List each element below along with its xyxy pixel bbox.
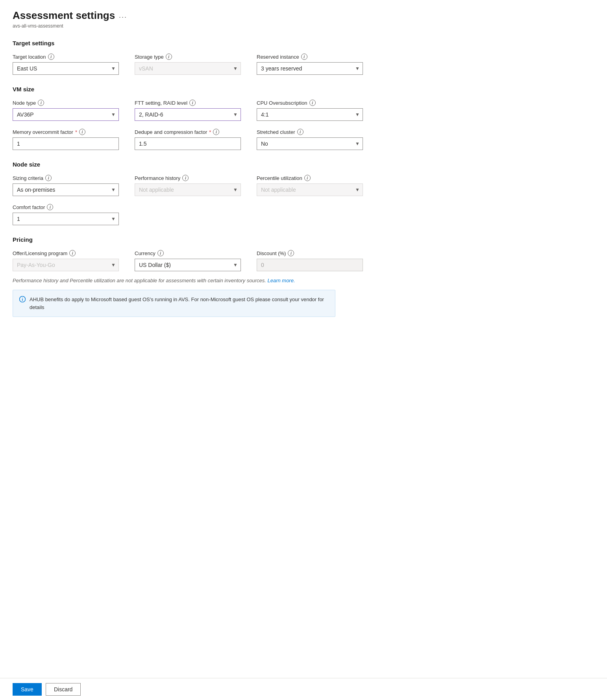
discount-input [257,259,363,271]
percentile-utilization-label: Percentile utilization i [257,175,363,181]
svg-point-2 [22,298,23,298]
svg-rect-1 [22,299,23,301]
offer-licensing-select-wrapper: Pay-As-You-Go ▼ [13,259,119,271]
node-type-select[interactable]: AV36P AV36 AV52 [13,108,119,121]
sizing-criteria-field: Sizing criteria i As on-premises Perform… [13,175,119,196]
reserved-instance-label: Reserved instance i [257,54,363,60]
currency-select[interactable]: US Dollar ($) Euro (€) British Pound (£)… [135,259,241,271]
save-button[interactable]: Save [13,683,42,696]
storage-type-field: Storage type i vSAN ▼ [135,54,241,75]
currency-info-icon[interactable]: i [157,250,164,256]
sizing-criteria-select-wrapper: As on-premises Performance-based ▼ [13,183,119,196]
target-location-select[interactable]: East US East US 2 West US West US 2 Cent… [13,62,119,75]
page-title: Assessment settings [13,9,115,22]
target-location-field: Target location i East US East US 2 West… [13,54,119,75]
percentile-utilization-info-icon[interactable]: i [304,175,311,181]
page-subtitle: avs-all-vms-assessment [13,23,594,29]
learn-more-link[interactable]: Learn more. [267,278,295,283]
target-location-label: Target location i [13,54,119,60]
memory-overcommit-input[interactable] [13,137,119,150]
storage-type-select-wrapper: vSAN ▼ [135,62,241,75]
node-type-field: Node type i AV36P AV36 AV52 ▼ [13,100,119,121]
comfort-factor-select-wrapper: 1 1.2 1.5 2 ▼ [13,213,119,225]
discount-info-icon[interactable]: i [288,250,294,256]
node-type-select-wrapper: AV36P AV36 AV52 ▼ [13,108,119,121]
cpu-oversubscription-select[interactable]: 2:1 4:1 6:1 8:1 [257,108,363,121]
offer-licensing-label: Offer/Licensing program i [13,250,119,256]
vm-size-section-title: VM size [13,86,594,93]
memory-overcommit-required: * [75,129,77,135]
discard-button[interactable]: Discard [46,683,81,696]
currency-select-wrapper: US Dollar ($) Euro (€) British Pound (£)… [135,259,241,271]
node-type-label: Node type i [13,100,119,106]
node-size-section-title: Node size [13,161,594,168]
info-banner-text: AHUB benefits do apply to Microsoft base… [30,296,329,311]
footnote: Performance history and Percentile utili… [13,278,594,283]
memory-overcommit-info-icon[interactable]: i [79,129,85,135]
dedupe-compression-field: Dedupe and compression factor * i [135,129,241,150]
storage-type-label: Storage type i [135,54,241,60]
stretched-cluster-select[interactable]: Yes No [257,137,363,150]
currency-label: Currency i [135,250,241,256]
stretched-cluster-info-icon[interactable]: i [297,129,304,135]
ftt-setting-select-wrapper: 1, RAID-1 1, RAID-5 2, RAID-1 2, RAID-6 … [135,108,241,121]
comfort-factor-select[interactable]: 1 1.2 1.5 2 [13,213,119,225]
currency-field: Currency i US Dollar ($) Euro (€) Britis… [135,250,241,271]
target-location-select-wrapper: East US East US 2 West US West US 2 Cent… [13,62,119,75]
ftt-setting-select[interactable]: 1, RAID-1 1, RAID-5 2, RAID-1 2, RAID-6 … [135,108,241,121]
stretched-cluster-select-wrapper: Yes No ▼ [257,137,363,150]
performance-history-info-icon[interactable]: i [182,175,189,181]
ftt-setting-info-icon[interactable]: i [189,100,196,106]
more-options-icon[interactable]: ... [119,11,127,20]
cpu-oversubscription-select-wrapper: 2:1 4:1 6:1 8:1 ▼ [257,108,363,121]
sizing-criteria-select[interactable]: As on-premises Performance-based [13,183,119,196]
footer-bar: Save Discard [0,678,607,700]
discount-field: Discount (%) i [257,250,363,271]
offer-licensing-info-icon[interactable]: i [69,250,76,256]
reserved-instance-field: Reserved instance i None 1 year reserved… [257,54,363,75]
comfort-factor-field: Comfort factor i 1 1.2 1.5 2 ▼ [13,204,119,225]
stretched-cluster-label: Stretched cluster i [257,129,363,135]
memory-overcommit-field: Memory overcommit factor * i [13,129,119,150]
info-banner: AHUB benefits do apply to Microsoft base… [13,290,335,317]
ftt-setting-label: FTT setting, RAID level i [135,100,241,106]
percentile-utilization-select: Not applicable [257,183,363,196]
target-location-info-icon[interactable]: i [48,54,54,60]
dedupe-compression-info-icon[interactable]: i [213,129,219,135]
comfort-factor-info-icon[interactable]: i [47,204,53,210]
performance-history-label: Performance history i [135,175,241,181]
node-type-info-icon[interactable]: i [38,100,44,106]
percentile-utilization-field: Percentile utilization i Not applicable … [257,175,363,196]
reserved-instance-select[interactable]: None 1 year reserved 3 years reserved [257,62,363,75]
comfort-factor-label: Comfort factor i [13,204,119,210]
discount-label: Discount (%) i [257,250,363,256]
performance-history-select-wrapper: Not applicable ▼ [135,183,241,196]
sizing-criteria-info-icon[interactable]: i [45,175,52,181]
pricing-section-title: Pricing [13,236,594,243]
reserved-instance-select-wrapper: None 1 year reserved 3 years reserved ▼ [257,62,363,75]
performance-history-field: Performance history i Not applicable ▼ [135,175,241,196]
memory-overcommit-label: Memory overcommit factor * i [13,129,119,135]
dedupe-compression-input[interactable] [135,137,241,150]
performance-history-select: Not applicable [135,183,241,196]
target-settings-section-title: Target settings [13,40,594,46]
storage-type-info-icon[interactable]: i [166,54,172,60]
offer-licensing-field: Offer/Licensing program i Pay-As-You-Go … [13,250,119,271]
cpu-oversubscription-info-icon[interactable]: i [309,100,316,106]
offer-licensing-select: Pay-As-You-Go [13,259,119,271]
cpu-oversubscription-field: CPU Oversubscription i 2:1 4:1 6:1 8:1 ▼ [257,100,363,121]
sizing-criteria-label: Sizing criteria i [13,175,119,181]
ftt-setting-field: FTT setting, RAID level i 1, RAID-1 1, R… [135,100,241,121]
dedupe-compression-label: Dedupe and compression factor * i [135,129,241,135]
cpu-oversubscription-label: CPU Oversubscription i [257,100,363,106]
dedupe-compression-required: * [209,129,211,135]
reserved-instance-info-icon[interactable]: i [301,54,307,60]
info-banner-icon [19,296,26,304]
stretched-cluster-field: Stretched cluster i Yes No ▼ [257,129,363,150]
percentile-utilization-select-wrapper: Not applicable ▼ [257,183,363,196]
storage-type-select: vSAN [135,62,241,75]
